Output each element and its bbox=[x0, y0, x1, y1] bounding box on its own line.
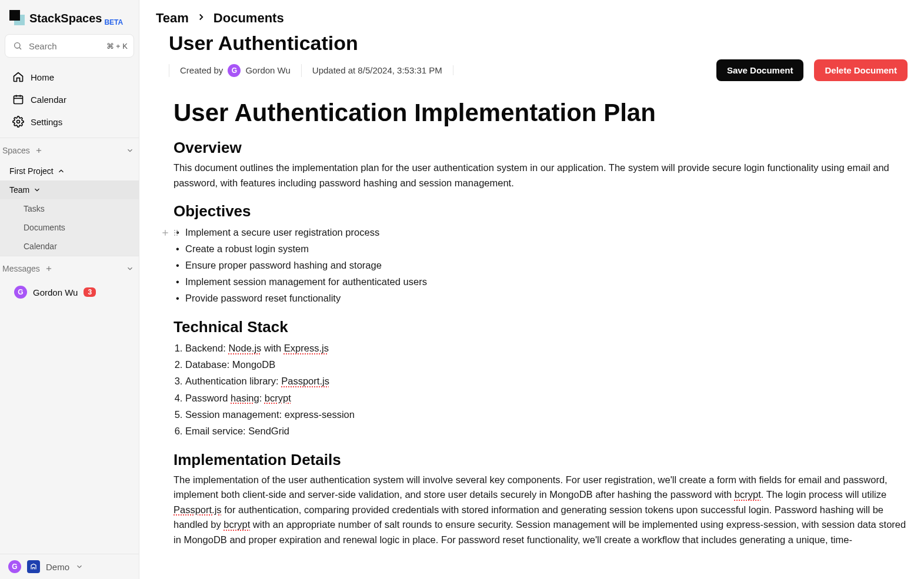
chevron-right-icon bbox=[196, 11, 206, 26]
plus-icon[interactable] bbox=[161, 226, 170, 242]
svg-point-19 bbox=[176, 232, 178, 233]
doc-h2-objectives[interactable]: Objectives bbox=[174, 202, 908, 220]
search-icon bbox=[11, 39, 24, 52]
list-item[interactable]: Ensure proper password hashing and stora… bbox=[185, 257, 908, 273]
doc-h2-impl[interactable]: Implementation Details bbox=[174, 451, 908, 469]
messages-collapse-button[interactable] bbox=[124, 262, 136, 275]
search-shortcut: ⌘ + K bbox=[106, 42, 128, 51]
list-item[interactable]: Implement a secure user registration pro… bbox=[185, 224, 908, 240]
add-message-button[interactable] bbox=[42, 262, 55, 275]
nav-label: Home bbox=[31, 72, 54, 82]
beta-badge: BETA bbox=[104, 18, 123, 26]
doc-p-overview[interactable]: This document outlines the implementatio… bbox=[174, 160, 908, 190]
svg-point-9 bbox=[17, 121, 20, 123]
svg-point-16 bbox=[174, 230, 175, 231]
svg-line-1 bbox=[19, 48, 21, 49]
doc-h2-tech[interactable]: Technical Stack bbox=[174, 318, 908, 336]
user-avatar: G bbox=[8, 560, 21, 573]
nav-label: Settings bbox=[31, 117, 62, 127]
space-label: Team bbox=[9, 185, 29, 195]
add-space-button[interactable] bbox=[32, 144, 45, 157]
breadcrumb-documents[interactable]: Documents bbox=[214, 11, 284, 26]
space-team[interactable]: Team bbox=[0, 180, 139, 199]
primary-nav: Home Calendar Settings bbox=[0, 63, 139, 138]
space-team-tasks[interactable]: Tasks bbox=[0, 199, 139, 218]
avatar: G bbox=[14, 286, 27, 299]
svg-point-0 bbox=[15, 43, 20, 48]
spaces-collapse-button[interactable] bbox=[124, 144, 136, 157]
messages-section-header: Messages bbox=[0, 256, 139, 280]
sidebar: StackSpaces BETA ⌘ + K Home Calendar bbox=[0, 0, 139, 579]
doc-p-impl[interactable]: The implementation of the user authentic… bbox=[174, 473, 908, 548]
nav-settings[interactable]: Settings bbox=[5, 111, 134, 133]
list-item[interactable]: Email service: SendGrid bbox=[185, 423, 908, 439]
document-body[interactable]: User Authentication Implementation Plan … bbox=[174, 99, 908, 547]
author-name: Gordon Wu bbox=[245, 65, 290, 75]
list-item[interactable]: Implement session management for authent… bbox=[185, 273, 908, 290]
list-item[interactable]: Create a robust login system bbox=[185, 240, 908, 257]
doc-h1[interactable]: User Authentication Implementation Plan bbox=[174, 99, 908, 127]
child-label: Tasks bbox=[24, 204, 45, 213]
document-meta: Created by G Gordon Wu Updated at 8/5/20… bbox=[169, 59, 908, 81]
space-team-documents[interactable]: Documents bbox=[0, 218, 139, 237]
author-avatar: G bbox=[228, 64, 241, 77]
org-icon bbox=[27, 560, 40, 573]
app-name: StackSpaces bbox=[29, 12, 102, 25]
home-icon bbox=[12, 71, 25, 83]
doc-h2-overview[interactable]: Overview bbox=[174, 139, 908, 157]
dm-name: Gordon Wu bbox=[33, 287, 78, 297]
breadcrumb-team[interactable]: Team bbox=[156, 11, 189, 26]
updated-at: Updated at 8/5/2024, 3:53:31 PM bbox=[312, 65, 442, 75]
list-item[interactable]: Password hasing: bcrypt bbox=[185, 390, 908, 406]
nav-label: Calendar bbox=[31, 95, 66, 105]
search-box[interactable]: ⌘ + K bbox=[5, 34, 134, 58]
svg-point-18 bbox=[174, 232, 175, 233]
created-by-cell: Created by G Gordon Wu bbox=[169, 64, 302, 77]
list-item[interactable]: Authentication library: Passport.js bbox=[185, 373, 908, 389]
updated-at-cell: Updated at 8/5/2024, 3:53:31 PM bbox=[312, 65, 453, 75]
section-label: Spaces bbox=[2, 146, 30, 155]
save-button[interactable]: Save Document bbox=[716, 59, 804, 81]
svg-rect-2 bbox=[14, 96, 23, 103]
spaces-section-header: Spaces bbox=[0, 138, 139, 162]
main-content: Team Documents User Authentication Creat… bbox=[139, 0, 924, 579]
delete-button[interactable]: Delete Document bbox=[814, 59, 908, 81]
spaces-tree: First Project Team Tasks Documents Calen… bbox=[0, 162, 139, 256]
list-item[interactable]: Provide password reset functionality bbox=[185, 290, 908, 306]
gear-icon bbox=[12, 115, 25, 128]
app-header: StackSpaces BETA bbox=[0, 0, 139, 34]
chevron-up-icon bbox=[57, 167, 65, 175]
space-first-project[interactable]: First Project bbox=[0, 162, 139, 180]
objectives-list[interactable]: Implement a secure user registration pro… bbox=[174, 224, 908, 306]
section-label: Messages bbox=[2, 264, 40, 273]
org-name: Demo bbox=[46, 562, 69, 572]
calendar-icon bbox=[12, 93, 25, 106]
space-label: First Project bbox=[9, 166, 54, 176]
tech-list[interactable]: Backend: Node.js with Express.js Databas… bbox=[174, 340, 908, 439]
list-item[interactable]: Backend: Node.js with Express.js bbox=[185, 340, 908, 356]
drag-handle-icon[interactable] bbox=[171, 226, 181, 242]
search-input[interactable] bbox=[29, 41, 102, 51]
breadcrumb: Team Documents bbox=[156, 11, 908, 26]
unread-badge: 3 bbox=[84, 287, 96, 297]
svg-point-20 bbox=[174, 235, 175, 236]
created-by-label: Created by bbox=[180, 65, 223, 75]
list-item[interactable]: Database: MongoDB bbox=[185, 356, 908, 373]
chevron-down-icon bbox=[33, 186, 41, 194]
sidebar-footer[interactable]: G Demo bbox=[0, 554, 139, 579]
page-title: User Authentication bbox=[169, 32, 908, 55]
nav-calendar[interactable]: Calendar bbox=[5, 88, 134, 111]
app-logo bbox=[7, 8, 27, 28]
list-item[interactable]: Session management: express-session bbox=[185, 406, 908, 423]
child-label: Calendar bbox=[24, 242, 57, 251]
nav-home[interactable]: Home bbox=[5, 66, 134, 88]
chevron-down-icon bbox=[75, 563, 84, 571]
dm-gordon-wu[interactable]: G Gordon Wu 3 bbox=[0, 282, 139, 302]
svg-point-17 bbox=[176, 230, 178, 231]
child-label: Documents bbox=[24, 223, 65, 232]
svg-point-21 bbox=[176, 235, 178, 236]
space-team-calendar[interactable]: Calendar bbox=[0, 237, 139, 256]
